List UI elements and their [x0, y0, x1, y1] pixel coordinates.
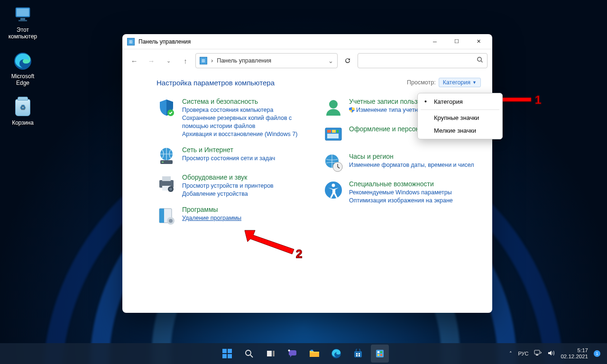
svg-rect-32 [222, 349, 227, 353]
back-button[interactable]: ← [127, 54, 141, 68]
view-dropdown: Категория Крупные значки Мелкие значки [417, 93, 503, 139]
svg-rect-53 [377, 354, 379, 356]
category-link[interactable]: Оптимизация изображения на экране [349, 197, 453, 205]
category-clock-region: Часы и регион Изменение форматов даты, в… [323, 153, 481, 173]
svg-rect-49 [359, 355, 360, 356]
category-link[interactable]: Просмотр устройств и принтеров [182, 182, 274, 190]
svg-point-20 [329, 100, 338, 109]
uac-shield-icon [349, 107, 355, 113]
svg-rect-25 [327, 134, 339, 138]
annotation-arrow-2 [242, 228, 299, 256]
printer-icon [156, 173, 176, 193]
dropdown-item-large-icons[interactable]: Крупные значки [418, 111, 502, 124]
up-button[interactable]: ↑ [178, 54, 193, 68]
taskview-button[interactable] [262, 345, 280, 363]
recycle-bin-icon [13, 98, 33, 118]
svg-rect-39 [273, 351, 275, 356]
category-link[interactable]: Добавление устройства [182, 190, 274, 198]
svg-rect-52 [380, 351, 382, 353]
svg-line-37 [250, 355, 253, 357]
category-title[interactable]: Оборудование и звук [182, 173, 274, 181]
breadcrumb-text[interactable]: Панель управления [217, 57, 271, 64]
edge-icon [13, 51, 33, 71]
control-panel-window: ⊞ Панель управления ─ ☐ ✕ ← → ⌄ ↑ ⊞ › Па… [122, 34, 492, 313]
desktop-icon-label: Этоткомпьютер [4, 27, 42, 40]
network-icon[interactable] [534, 350, 542, 358]
view-label: Просмотр: [407, 79, 436, 86]
search-icon [477, 56, 483, 65]
svg-point-5 [478, 57, 481, 61]
svg-rect-12 [162, 176, 171, 181]
taskbar-edge-button[interactable] [327, 345, 345, 363]
svg-rect-48 [356, 355, 358, 356]
category-hardware: Оборудование и звук Просмотр устройств и… [156, 173, 314, 198]
category-link[interactable]: Архивация и восстановление (Windows 7) [182, 130, 314, 138]
dropdown-item-small-icons[interactable]: Мелкие значки [418, 124, 502, 137]
desktop-icon-this-pc[interactable]: Этоткомпьютер [4, 5, 42, 40]
notifications-badge[interactable]: 1 [594, 350, 600, 357]
taskbar-store-button[interactable] [349, 345, 367, 363]
svg-rect-55 [534, 350, 540, 354]
dropdown-item-category[interactable]: Категория [418, 95, 502, 108]
refresh-button[interactable] [340, 54, 355, 68]
svg-rect-54 [380, 354, 382, 356]
svg-rect-47 [359, 353, 360, 355]
forward-button[interactable]: → [144, 54, 158, 68]
category-link[interactable]: Удаление программы [182, 214, 241, 222]
chevron-down-icon[interactable]: ⌄ [328, 57, 333, 64]
recent-locations-button[interactable]: ⌄ [161, 54, 175, 68]
desktop-icon-recycle[interactable]: Корзина [4, 98, 42, 126]
svg-rect-3 [18, 20, 27, 21]
search-input[interactable] [358, 53, 487, 68]
address-bar[interactable]: ⊞ › Панель управления ⌄ [195, 53, 338, 68]
category-link[interactable]: Просмотр состояния сети и задач [182, 155, 275, 163]
page-heading: Настройка параметров компьютера [156, 79, 275, 87]
minimize-button[interactable]: ─ [424, 34, 446, 49]
category-title[interactable]: Система и безопасность [182, 98, 314, 105]
taskbar-chat-button[interactable] [284, 345, 302, 363]
svg-rect-2 [20, 18, 25, 20]
separator [421, 109, 499, 110]
desktop-icon-edge[interactable]: MicrosoftEdge [4, 51, 42, 86]
category-link[interactable]: Сохранение резервных копий файлов с помо… [182, 114, 314, 130]
monitor-icon [13, 5, 33, 25]
svg-rect-51 [377, 351, 379, 353]
taskbar-control-panel-button[interactable] [371, 345, 389, 363]
taskbar-search-button[interactable] [240, 345, 258, 363]
svg-point-29 [332, 184, 335, 187]
category-accessibility: Специальные возможности Рекомендуемые Wi… [323, 180, 481, 205]
tray-overflow-button[interactable]: ˄ [509, 351, 512, 357]
svg-rect-34 [222, 354, 227, 358]
category-title[interactable]: Программы [182, 206, 241, 213]
category-title[interactable]: Специальные возможности [349, 180, 453, 188]
category-title[interactable]: Сеть и Интернет [182, 146, 275, 154]
annotation-number-2: 2 [296, 247, 302, 261]
svg-rect-50 [376, 350, 384, 357]
navigation-row: ← → ⌄ ↑ ⊞ › Панель управления ⌄ [122, 49, 492, 72]
language-indicator[interactable]: РУС [518, 351, 528, 356]
svg-rect-42 [310, 353, 319, 357]
category-link[interactable]: Изменение форматов даты, времени и чисел [349, 161, 474, 169]
desktop-icon-label: Корзина [4, 119, 42, 126]
clock[interactable]: 5:17 02.12.2021 [561, 347, 588, 360]
breadcrumb-sep: › [211, 57, 213, 64]
category-link[interactable]: Рекомендуемые Windows параметры [349, 189, 453, 197]
taskbar-explorer-button[interactable] [305, 345, 323, 363]
svg-rect-33 [228, 349, 232, 353]
close-button[interactable]: ✕ [468, 34, 489, 49]
svg-point-36 [246, 350, 251, 355]
titlebar: ⊞ Панель управления ─ ☐ ✕ [122, 34, 492, 49]
category-title[interactable]: Часы и регион [349, 153, 474, 160]
user-icon [323, 98, 343, 118]
svg-rect-24 [337, 130, 339, 133]
svg-rect-10 [162, 162, 164, 163]
accessibility-icon [323, 180, 343, 200]
view-selector[interactable]: Категория ▼ [439, 78, 481, 87]
volume-icon[interactable] [547, 350, 555, 358]
maximize-button[interactable]: ☐ [446, 34, 468, 49]
start-button[interactable] [218, 345, 236, 363]
svg-point-41 [288, 350, 290, 352]
taskbar: ˄ РУС 5:17 02.12.2021 1 [0, 343, 607, 364]
svg-marker-31 [245, 230, 294, 254]
category-link[interactable]: Проверка состояния компьютера [182, 106, 314, 114]
